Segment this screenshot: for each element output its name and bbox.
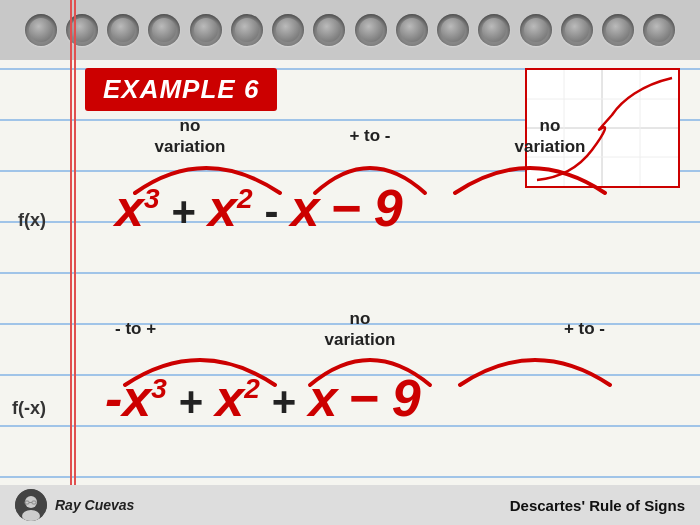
hole-14 <box>561 14 593 46</box>
fnx-label: f(-x) <box>12 398 46 419</box>
op-minus-1: - <box>265 188 279 236</box>
no-variation-3: novariation <box>300 308 420 351</box>
hole-15 <box>602 14 634 46</box>
bottom-title: Descartes' Rule of Signs <box>510 497 685 514</box>
term-9-1: 9 <box>374 178 403 238</box>
op-plus-3: + <box>272 378 297 426</box>
op-dash-2: − <box>349 368 379 428</box>
term-9-2: 9 <box>392 368 421 428</box>
term-x: x <box>291 178 320 238</box>
plus-to-minus-2: + to - <box>564 318 605 339</box>
avatar <box>15 489 47 521</box>
hole-8 <box>313 14 345 46</box>
op-dash-1: − <box>331 178 361 238</box>
formula-fx: x3 + x2 - x − 9 <box>115 178 403 238</box>
fx-label: f(x) <box>18 210 46 231</box>
hole-11 <box>437 14 469 46</box>
hole-6 <box>231 14 263 46</box>
bottom-bar: Ray Cuevas Descartes' Rule of Signs <box>0 485 700 525</box>
formula-fnx: -x3 + x2 + x − 9 <box>105 368 421 428</box>
hole-16 <box>643 14 675 46</box>
margin-line-1 <box>70 0 72 525</box>
hole-4 <box>148 14 180 46</box>
hole-12 <box>478 14 510 46</box>
op-plus-2: + <box>179 378 204 426</box>
author-name: Ray Cuevas <box>55 497 134 513</box>
margin-line-2 <box>74 0 76 525</box>
plus-to-minus-1: + to - <box>349 125 390 146</box>
variation-row1: novariation + to - novariation <box>130 115 610 158</box>
variation-row2: - to + novariation + to - <box>115 308 605 351</box>
hole-10 <box>396 14 428 46</box>
hole-13 <box>520 14 552 46</box>
hole-9 <box>355 14 387 46</box>
term-x2: x2 <box>208 178 253 238</box>
hole-3 <box>107 14 139 46</box>
hole-5 <box>190 14 222 46</box>
no-variation-1: novariation <box>130 115 250 158</box>
notebook-page: EXAMPLE 6 f(x) f(-x) novariation + to <box>0 0 700 525</box>
op-plus-1: + <box>172 188 197 236</box>
term-x-2: x <box>308 368 337 428</box>
example-label: EXAMPLE 6 <box>103 74 259 104</box>
fnx-text: f(-x) <box>12 398 46 418</box>
author-section: Ray Cuevas <box>15 489 134 521</box>
fx-text: f(x) <box>18 210 46 230</box>
hole-punches <box>0 0 700 60</box>
hole-1 <box>25 14 57 46</box>
no-variation-2: novariation <box>490 115 610 158</box>
term-x3: x3 <box>115 178 160 238</box>
term-x2-2: x2 <box>215 368 260 428</box>
hole-7 <box>272 14 304 46</box>
example-box: EXAMPLE 6 <box>85 68 277 111</box>
minus-to-plus: - to + <box>115 318 156 339</box>
term-nx3: -x3 <box>105 368 167 428</box>
